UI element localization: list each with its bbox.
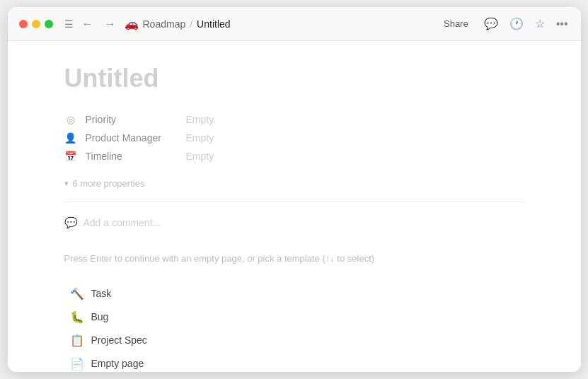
forward-button[interactable]: → [102, 17, 119, 31]
template-item-bug[interactable]: 🐛 Bug [64, 306, 524, 328]
template-hint: Press Enter to continue with an empty pa… [64, 252, 524, 266]
property-row-product-manager[interactable]: 👤 Product Manager Empty [64, 129, 524, 147]
breadcrumb: 🚗 Roadmap / Untitled [125, 17, 432, 30]
more-options-icon[interactable]: ••• [555, 16, 570, 32]
template-list: 🔨 Task 🐛 Bug 📋 Project Spec 📄 Empty page… [64, 283, 524, 373]
comment-icon[interactable]: 💬 [483, 16, 500, 32]
project-spec-label: Project Spec [91, 334, 147, 346]
template-item-empty-page[interactable]: 📄 Empty page [64, 353, 524, 373]
divider [64, 202, 524, 202]
traffic-lights [19, 20, 53, 28]
menu-icon[interactable]: ☰ [64, 18, 74, 30]
empty-page-label: Empty page [91, 358, 144, 369]
breadcrumb-emoji: 🚗 [125, 17, 139, 30]
properties-section: ◎ Priority Empty 👤 Product Manager Empty… [64, 110, 524, 165]
task-icon: 🔨 [70, 287, 84, 301]
more-properties-label: 6 more properties [73, 178, 145, 189]
breadcrumb-parent[interactable]: Roadmap [143, 18, 186, 30]
timeline-label: Timeline [86, 151, 178, 162]
back-button[interactable]: ← [79, 17, 96, 31]
product-manager-icon: 👤 [64, 132, 77, 144]
breadcrumb-separator: / [190, 18, 192, 30]
close-dot[interactable] [19, 20, 28, 28]
chevron-down-icon: ▾ [64, 179, 69, 188]
property-row-priority[interactable]: ◎ Priority Empty [64, 110, 524, 129]
comment-bubble-icon: 💬 [64, 216, 78, 229]
timeline-value: Empty [186, 151, 214, 162]
product-manager-value: Empty [186, 132, 214, 144]
history-icon[interactable]: 🕐 [508, 16, 525, 32]
minimize-dot[interactable] [32, 20, 40, 28]
empty-page-icon: 📄 [70, 357, 84, 371]
priority-label: Priority [86, 114, 178, 125]
bug-label: Bug [91, 311, 109, 322]
main-content: Untitled ◎ Priority Empty 👤 Product Mana… [8, 41, 581, 372]
priority-value: Empty [186, 114, 214, 125]
bug-icon: 🐛 [70, 310, 84, 324]
page-title[interactable]: Untitled [64, 64, 524, 93]
titlebar: ☰ ← → 🚗 Roadmap / Untitled Share 💬 🕐 ☆ •… [8, 7, 581, 41]
breadcrumb-current: Untitled [197, 18, 230, 30]
titlebar-actions: Share 💬 🕐 ☆ ••• [438, 16, 570, 32]
task-label: Task [91, 288, 112, 299]
comment-placeholder: Add a comment... [83, 217, 161, 228]
window: ☰ ← → 🚗 Roadmap / Untitled Share 💬 🕐 ☆ •… [8, 7, 581, 372]
maximize-dot[interactable] [45, 20, 53, 28]
share-button[interactable]: Share [438, 16, 474, 32]
template-item-task[interactable]: 🔨 Task [64, 283, 524, 305]
priority-icon: ◎ [64, 114, 77, 125]
star-icon[interactable]: ☆ [534, 16, 546, 32]
product-manager-label: Product Manager [86, 132, 178, 144]
timeline-icon: 📅 [64, 151, 77, 162]
project-spec-icon: 📋 [70, 334, 84, 347]
template-item-project-spec[interactable]: 📋 Project Spec [64, 330, 524, 351]
more-properties-toggle[interactable]: ▾ 6 more properties [64, 174, 524, 193]
comment-row[interactable]: 💬 Add a comment... [64, 211, 524, 235]
property-row-timeline[interactable]: 📅 Timeline Empty [64, 147, 524, 165]
